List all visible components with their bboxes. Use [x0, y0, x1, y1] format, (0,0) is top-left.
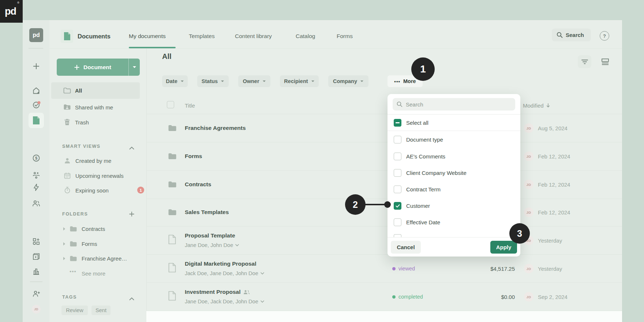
- row-title[interactable]: Proposal Template: [185, 232, 235, 239]
- cancel-button[interactable]: Cancel: [391, 241, 421, 254]
- filter-chip-date[interactable]: Date: [162, 75, 188, 87]
- row-recipients[interactable]: Jack Doe, Jane Doe, John Doe: [185, 270, 264, 277]
- select-all-rows-checkbox[interactable]: [167, 101, 174, 108]
- tab-templates[interactable]: Templates: [189, 33, 215, 40]
- option-select-all[interactable]: Select all: [387, 115, 520, 131]
- tab-my-documents[interactable]: My documents: [129, 33, 166, 40]
- document-file-icon: [168, 235, 176, 244]
- folder-row-franchise[interactable]: Franchise Agree…: [51, 251, 140, 266]
- see-more-folders[interactable]: ••• See more: [51, 266, 140, 281]
- row-recipients[interactable]: Jane Doe, Jack Doe, John Doe: [185, 298, 264, 305]
- column-header-modified[interactable]: Modified: [523, 102, 550, 109]
- option-document-type[interactable]: Document type: [387, 132, 520, 149]
- rail-divider: [29, 48, 43, 49]
- invite-user-icon[interactable]: [32, 290, 41, 299]
- billing-icon[interactable]: $: [32, 154, 40, 164]
- sidebar-item-expiring-soon[interactable]: Expiring soon 1: [51, 183, 140, 198]
- table-row[interactable]: Investment Proposal Jane Doe, Jack Doe, …: [146, 283, 622, 311]
- tasks-icon[interactable]: [32, 100, 41, 111]
- reports-icon[interactable]: [32, 267, 40, 277]
- automations-icon[interactable]: [33, 183, 40, 193]
- chevron-down-icon: [261, 300, 264, 303]
- table-row[interactable]: Forms JD Feb 12, 2024: [146, 142, 622, 170]
- filter-chip-recipient[interactable]: Recipient: [280, 75, 319, 87]
- status-label: completed: [398, 294, 423, 300]
- chevron-down-icon: [235, 244, 239, 246]
- list-layout-button[interactable]: [600, 57, 610, 67]
- option-label: Customer: [406, 202, 430, 210]
- filter-chip-owner[interactable]: Owner: [238, 75, 270, 87]
- row-title[interactable]: Franchise Agreements: [185, 124, 246, 132]
- caret-down-icon: [360, 80, 364, 82]
- filter-chip-company[interactable]: Company: [328, 75, 368, 87]
- sidebar-item-upcoming-renewals[interactable]: Upcoming renewals: [51, 168, 140, 183]
- templates-gallery-icon[interactable]: [32, 252, 40, 262]
- checkbox-unchecked[interactable]: [394, 136, 401, 143]
- row-recipients[interactable]: Jane Doe, John Doe: [185, 242, 239, 249]
- tab-content-library[interactable]: Content library: [235, 33, 272, 40]
- tab-forms[interactable]: Forms: [337, 33, 353, 40]
- apply-button[interactable]: Apply: [490, 241, 517, 254]
- new-document-button[interactable]: Document: [57, 59, 140, 76]
- tag-chip-review[interactable]: Review: [61, 306, 88, 315]
- filter-view-button[interactable]: [578, 55, 591, 68]
- row-modified-date: Feb 12, 2024: [538, 153, 570, 160]
- sidebar-item-all-label: All: [75, 87, 82, 94]
- tags-collapse-icon[interactable]: [129, 295, 134, 302]
- global-search-label: Search: [566, 32, 584, 38]
- sidebar-item-trash[interactable]: Trash: [51, 114, 140, 130]
- row-title[interactable]: Forms: [185, 153, 202, 160]
- filter-chip-status[interactable]: Status: [197, 75, 229, 87]
- home-icon[interactable]: [32, 87, 40, 96]
- workspace-logo[interactable]: pd: [29, 28, 43, 42]
- documents-active-chip[interactable]: [29, 113, 44, 128]
- smart-views-collapse-icon[interactable]: [129, 145, 134, 151]
- icon-rail: pd $: [23, 20, 49, 322]
- option-label: AE's Comments: [406, 153, 445, 160]
- row-modified-date: Feb 12, 2024: [538, 209, 570, 216]
- row-title[interactable]: Contracts: [185, 181, 211, 188]
- select-all-checkbox-indeterminate[interactable]: [394, 119, 401, 127]
- folder-icon: [70, 255, 77, 262]
- option-aes-comments[interactable]: AE's Comments: [387, 149, 520, 165]
- option-label: Document type: [406, 136, 443, 143]
- table-row[interactable]: Contracts JD Feb 12, 2024: [146, 171, 622, 199]
- see-more-label: See more: [82, 270, 105, 277]
- row-title-with-icon[interactable]: Investment Proposal: [185, 288, 250, 296]
- checkbox-checked[interactable]: [394, 202, 401, 210]
- option-customer[interactable]: Customer: [387, 198, 520, 215]
- contacts-icon[interactable]: [32, 199, 41, 209]
- column-header-title[interactable]: Title: [185, 102, 195, 109]
- row-avatar: JD: [524, 123, 533, 133]
- tab-catalog[interactable]: Catalog: [296, 33, 315, 40]
- row-title[interactable]: Sales Templates: [185, 209, 229, 216]
- checkbox-unchecked[interactable]: [394, 218, 401, 226]
- table-row[interactable]: Proposal Template Jane Doe, John Doe JD …: [146, 226, 622, 254]
- create-plus-icon[interactable]: [32, 62, 40, 72]
- new-document-dropdown-arrow[interactable]: [129, 59, 140, 76]
- sidebar-item-all[interactable]: All: [51, 82, 140, 99]
- option-effective-date[interactable]: Effective Date: [387, 215, 520, 231]
- row-title[interactable]: Digital Marketing Proposal: [185, 260, 257, 267]
- user-avatar[interactable]: JD: [32, 305, 41, 314]
- table-row[interactable]: Franchise Agreements JD Aug 5, 2024: [146, 114, 622, 142]
- folder-row-contracts[interactable]: Contracts: [51, 221, 140, 236]
- folder-row-forms[interactable]: Forms: [51, 236, 140, 251]
- option-contract-term[interactable]: Contract Term: [387, 182, 520, 198]
- sidebar-item-created-by-me[interactable]: Created by me: [51, 153, 140, 168]
- checkbox-unchecked[interactable]: [394, 169, 401, 177]
- option-label: Client Company Website: [406, 169, 467, 177]
- help-button[interactable]: ?: [600, 31, 609, 41]
- apps-icon[interactable]: [32, 237, 40, 247]
- option-client-company-website[interactable]: Client Company Website: [387, 165, 520, 182]
- checkbox-unchecked[interactable]: [394, 186, 401, 193]
- popover-search-input[interactable]: [393, 98, 515, 111]
- global-search-button[interactable]: Search: [552, 29, 591, 41]
- add-folder-icon[interactable]: [129, 211, 135, 218]
- sidebar-item-shared[interactable]: Shared with me: [51, 99, 140, 115]
- workspace-members-icon[interactable]: [32, 171, 40, 181]
- checkbox-unchecked[interactable]: [394, 153, 401, 160]
- tag-chip-sent[interactable]: Sent: [91, 306, 111, 315]
- new-document-label: Document: [83, 64, 111, 71]
- table-row[interactable]: Digital Marketing Proposal Jack Doe, Jan…: [146, 255, 622, 282]
